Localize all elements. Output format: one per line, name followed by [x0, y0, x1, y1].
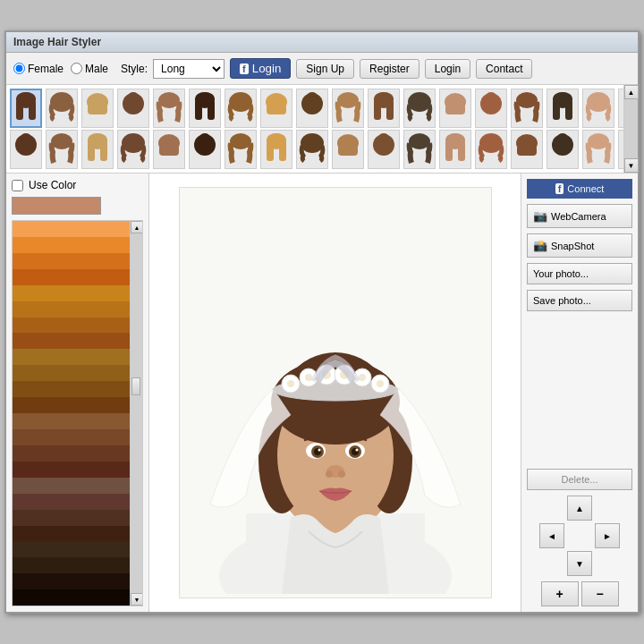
hair-item[interactable]: [153, 130, 185, 169]
hair-item[interactable]: [81, 130, 114, 169]
use-color-label: Use Color: [29, 179, 76, 191]
scroll-up-button[interactable]: ▲: [624, 85, 639, 99]
nav-left-button[interactable]: ◄: [539, 523, 564, 548]
color-preview[interactable]: [12, 197, 101, 215]
hair-item[interactable]: [439, 130, 471, 169]
palette-scroll-down[interactable]: ▼: [131, 593, 143, 606]
hair-item[interactable]: [332, 130, 364, 169]
hair-item[interactable]: [117, 130, 149, 169]
hair-item[interactable]: [225, 89, 257, 128]
svg-point-18: [307, 92, 318, 101]
hair-item[interactable]: [81, 89, 114, 128]
signup-button[interactable]: Sign Up: [296, 59, 354, 79]
palette-color-strip[interactable]: [13, 494, 130, 510]
palette-color-strip[interactable]: [13, 573, 130, 589]
hair-item[interactable]: [10, 89, 42, 128]
palette-color-strip[interactable]: [13, 221, 130, 237]
hair-item[interactable]: [403, 130, 436, 169]
use-color-checkbox[interactable]: [12, 180, 23, 191]
male-radio-label[interactable]: Male: [71, 63, 108, 75]
snapshot-label: SnapShot: [551, 241, 594, 251]
left-panel: Use Color ▲ ▼: [6, 174, 149, 612]
palette-color-strip[interactable]: [13, 269, 130, 285]
scroll-down-button[interactable]: ▼: [624, 158, 639, 173]
hair-item[interactable]: [225, 130, 257, 169]
palette-color-strip[interactable]: [13, 445, 130, 462]
palette-color-strip[interactable]: [13, 478, 130, 494]
palette-color-strip[interactable]: [13, 589, 130, 606]
palette-color-strip[interactable]: [13, 381, 130, 397]
nav-up-button[interactable]: ▲: [567, 496, 592, 521]
hair-item[interactable]: [296, 130, 328, 169]
palette-color-strip[interactable]: [13, 318, 130, 334]
palette-color-strip[interactable]: [13, 541, 130, 557]
hair-item[interactable]: [439, 89, 471, 128]
color-palette[interactable]: ▲ ▼: [12, 220, 143, 606]
palette-color-strip[interactable]: [13, 429, 130, 445]
facebook-login-button[interactable]: f Login: [230, 58, 291, 79]
hair-item[interactable]: [260, 130, 292, 169]
hair-item[interactable]: [153, 89, 185, 128]
hair-grid: [6, 85, 623, 173]
window-title: Image Hair Styler: [13, 36, 101, 48]
nav-down-button[interactable]: ▼: [567, 551, 592, 576]
palette-color-strip[interactable]: [13, 462, 130, 478]
hair-item[interactable]: [368, 130, 400, 169]
palette-color-strip[interactable]: [13, 526, 130, 542]
female-radio[interactable]: [13, 63, 25, 74]
svg-point-8: [128, 92, 139, 101]
hair-item[interactable]: [582, 89, 614, 128]
delete-button[interactable]: Delete...: [527, 469, 632, 490]
hair-item[interactable]: [189, 130, 221, 169]
fb-connect-button[interactable]: f Connect: [527, 179, 632, 199]
palette-color-strip[interactable]: [13, 285, 130, 301]
gender-radio-group: Female Male: [13, 63, 108, 75]
palette-color-strip[interactable]: [13, 397, 130, 413]
nav-empty-1: [539, 496, 564, 521]
palette-color-strip[interactable]: [13, 301, 130, 318]
palette-color-strip[interactable]: [13, 237, 130, 253]
contact-button[interactable]: Contact: [476, 59, 532, 79]
hair-item[interactable]: [189, 89, 221, 128]
palette-color-strip[interactable]: [13, 333, 130, 349]
palette-color-strip[interactable]: [13, 253, 130, 269]
hair-item[interactable]: [332, 89, 364, 128]
nav-right-button[interactable]: ►: [595, 523, 620, 548]
hair-item[interactable]: [46, 130, 78, 169]
register-button[interactable]: Register: [360, 59, 419, 79]
save-photo-button[interactable]: Save photo...: [527, 290, 632, 311]
male-label: Male: [85, 63, 108, 75]
webcamera-button[interactable]: 📷 WebCamera: [527, 204, 632, 228]
palette-color-strip[interactable]: [13, 365, 130, 381]
palette-scroll-up[interactable]: ▲: [131, 221, 143, 233]
hair-item[interactable]: [475, 89, 507, 128]
hair-item[interactable]: [582, 130, 614, 169]
hair-item[interactable]: [475, 130, 507, 169]
svg-point-34: [587, 92, 610, 112]
hair-item[interactable]: [511, 89, 543, 128]
palette-color-strip[interactable]: [13, 349, 130, 365]
svg-point-53: [267, 133, 286, 146]
palette-color-strip[interactable]: [13, 510, 130, 526]
login-button[interactable]: Login: [425, 59, 470, 79]
zoom-out-button[interactable]: −: [581, 581, 619, 606]
hair-item[interactable]: [547, 130, 579, 169]
hair-item[interactable]: [46, 89, 78, 128]
hair-item[interactable]: [368, 89, 400, 128]
hair-item[interactable]: [403, 89, 436, 128]
hair-item[interactable]: [296, 89, 328, 128]
style-select[interactable]: Long Short Medium Curly: [153, 59, 225, 79]
your-photo-button[interactable]: Your photo...: [527, 263, 632, 284]
hair-item[interactable]: [547, 89, 579, 128]
hair-item[interactable]: [511, 130, 543, 169]
palette-color-strip[interactable]: [13, 557, 130, 573]
male-radio[interactable]: [71, 63, 82, 74]
palette-color-strip[interactable]: [13, 413, 130, 429]
hair-item[interactable]: [260, 89, 292, 128]
hair-item[interactable]: [117, 89, 149, 128]
zoom-in-button[interactable]: +: [541, 581, 579, 606]
female-radio-label[interactable]: Female: [13, 63, 64, 75]
snapshot-button[interactable]: 📸 SnapShot: [527, 233, 632, 258]
hair-item[interactable]: [10, 130, 42, 169]
webcam-icon: 📷: [533, 209, 547, 223]
